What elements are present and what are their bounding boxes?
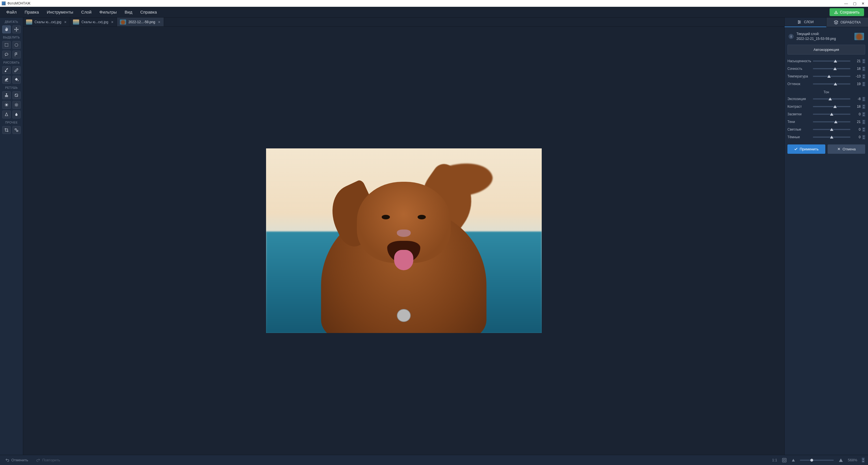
dodge-icon: [4, 103, 9, 107]
slider-track[interactable]: [813, 129, 850, 130]
slider-spin: ▲▼: [862, 127, 865, 132]
spin-up[interactable]: ▲: [862, 135, 865, 137]
zoom-step-down[interactable]: ▼: [862, 460, 865, 462]
tool-fill[interactable]: [12, 76, 21, 84]
tool-ellipse-select[interactable]: [12, 41, 21, 49]
svg-line-16: [7, 103, 8, 104]
zoom-step-up[interactable]: ▲: [862, 458, 865, 460]
apply-button[interactable]: Применить: [787, 145, 825, 154]
slider-track[interactable]: [813, 98, 850, 99]
zoom-out-button[interactable]: [792, 458, 795, 462]
spin-up[interactable]: ▲: [862, 120, 865, 122]
slider-spin: ▲▼: [862, 74, 865, 79]
zoom-in-button[interactable]: [838, 458, 843, 463]
spin-down[interactable]: ▼: [862, 122, 865, 124]
svg-rect-3: [5, 43, 8, 46]
slider-row-color-1: Сочность18▲▼: [787, 65, 865, 73]
panel-tab-edit[interactable]: ОБРАБОТКА: [827, 18, 868, 27]
tool-stamp[interactable]: [2, 91, 11, 99]
undo-button[interactable]: Отменить: [3, 457, 30, 464]
close-tab-icon[interactable]: ×: [157, 20, 161, 24]
auto-correction-button[interactable]: Автокоррекция: [787, 45, 865, 55]
tool-pencil[interactable]: [12, 66, 21, 74]
spin-up[interactable]: ▲: [862, 59, 865, 61]
canvas-image: [266, 148, 542, 333]
cancel-button[interactable]: Отмена: [828, 145, 865, 154]
spin-down[interactable]: ▼: [862, 84, 865, 86]
slider-track[interactable]: [813, 136, 850, 138]
tool-magic-wand[interactable]: [12, 51, 21, 59]
spin-up[interactable]: ▲: [862, 74, 865, 76]
svg-rect-37: [782, 458, 786, 462]
tool-dodge[interactable]: [2, 101, 11, 109]
spin-down[interactable]: ▼: [862, 130, 865, 132]
spin-up[interactable]: ▲: [862, 104, 865, 106]
menu-view[interactable]: Вид: [121, 8, 136, 16]
close-tab-icon[interactable]: ×: [111, 20, 114, 24]
zoom-value: 568%: [848, 458, 857, 462]
spin-down[interactable]: ▼: [862, 99, 865, 101]
slider-track[interactable]: [813, 121, 850, 122]
stamp-icon: [4, 93, 9, 97]
slider-label: Светлые: [787, 127, 811, 131]
slider-track[interactable]: [813, 106, 850, 107]
slider-value: 19: [852, 82, 861, 86]
spin-down[interactable]: ▼: [862, 115, 865, 117]
undo-icon: [5, 458, 10, 462]
zoom-slider[interactable]: [800, 460, 834, 461]
canvas-area[interactable]: [23, 27, 784, 455]
tool-burn[interactable]: [12, 101, 21, 109]
tool-crop[interactable]: [2, 126, 11, 134]
svg-point-17: [16, 104, 17, 105]
slider-track[interactable]: [813, 76, 850, 77]
tool-sharpen[interactable]: [2, 111, 11, 119]
menu-help[interactable]: Справка: [136, 8, 161, 16]
menu-filters[interactable]: Фильтры: [96, 8, 121, 16]
spin-up[interactable]: ▲: [862, 127, 865, 129]
fit-screen-button[interactable]: [782, 458, 787, 463]
spin-up[interactable]: ▲: [862, 97, 865, 99]
spin-down[interactable]: ▼: [862, 107, 865, 109]
tool-hand[interactable]: [2, 26, 11, 33]
spin-up[interactable]: ▲: [862, 112, 865, 114]
spin-down[interactable]: ▼: [862, 61, 865, 63]
tool-brush[interactable]: [2, 66, 11, 74]
maximize-button[interactable]: ▢: [853, 1, 857, 6]
document-tab-1[interactable]: Скалы ю...си).jpg ×: [70, 18, 117, 26]
spin-up[interactable]: ▲: [862, 82, 865, 84]
menu-edit[interactable]: Правка: [21, 8, 43, 16]
spin-down[interactable]: ▼: [862, 137, 865, 140]
svg-point-26: [15, 129, 17, 130]
document-tab-0[interactable]: Скалы ю...си).jpg ×: [23, 18, 70, 26]
menu-file[interactable]: Файл: [2, 8, 21, 16]
tool-rect-select[interactable]: [2, 41, 11, 49]
spin-down[interactable]: ▼: [862, 69, 865, 71]
tool-move[interactable]: [12, 26, 21, 33]
document-tab-2[interactable]: 2022-12...-59.png ×: [117, 18, 164, 26]
slider-track[interactable]: [813, 83, 850, 85]
save-button[interactable]: Сохранить: [830, 8, 864, 16]
info-icon: i: [788, 34, 794, 39]
slider-label: Насыщенность: [787, 59, 811, 63]
svg-rect-38: [783, 459, 785, 461]
tool-blur[interactable]: [12, 111, 21, 119]
menu-layer[interactable]: Слой: [77, 8, 95, 16]
tool-patch[interactable]: [12, 91, 21, 99]
spin-down[interactable]: ▼: [862, 76, 865, 79]
tool-text[interactable]: [12, 126, 21, 134]
panel-tab-layers[interactable]: СЛОИ: [784, 18, 827, 27]
tool-eraser[interactable]: [2, 76, 11, 84]
close-tab-icon[interactable]: ×: [64, 20, 67, 24]
slider-spin: ▲▼: [862, 112, 865, 117]
redo-button[interactable]: Повторить: [34, 457, 62, 464]
menu-tools[interactable]: Инструменты: [43, 8, 78, 16]
svg-point-8: [6, 104, 7, 105]
slider-track[interactable]: [813, 114, 850, 115]
slider-track[interactable]: [813, 61, 850, 62]
close-button[interactable]: ✕: [862, 1, 865, 6]
slider-label: Засветки: [787, 112, 811, 116]
spin-up[interactable]: ▲: [862, 67, 865, 69]
minimize-button[interactable]: —: [844, 1, 848, 6]
tool-lasso[interactable]: [2, 51, 11, 59]
slider-track[interactable]: [813, 68, 850, 69]
